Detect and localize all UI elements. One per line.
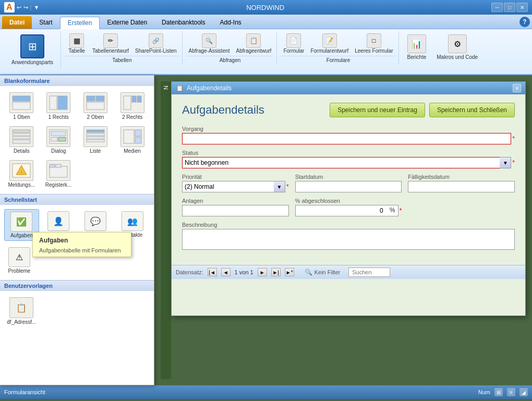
sharepoint-listen-button[interactable]: 🔗 SharePoint-Listen xyxy=(133,32,179,55)
df-adressf-label: df_Adressf... xyxy=(7,319,36,325)
filter-area: 🔍 Kein Filter xyxy=(305,269,341,276)
leeres-formular-button[interactable]: □ Leeres Formular xyxy=(353,32,395,55)
prozent-label: % abgeschlossen xyxy=(295,198,402,204)
title-bar-left: A ↩ ↪ | ▼ xyxy=(4,2,39,13)
svg-rect-28 xyxy=(50,166,67,177)
blankoformulare-grid: 1 Oben 1 Rechts xyxy=(0,86,154,194)
panel-item-meldungs[interactable]: ! Meldungs... xyxy=(4,158,39,190)
berichte-button[interactable]: 📊 Berichte xyxy=(403,32,431,62)
save-new-button[interactable]: Speichern und neuer Eintrag xyxy=(330,103,425,117)
tabelle-button[interactable]: ▦ Tabelle xyxy=(65,32,88,55)
panel-item-2oben[interactable]: 2 Oben xyxy=(78,90,113,122)
svg-rect-6 xyxy=(87,102,104,110)
tab-datei[interactable]: Datei xyxy=(2,16,32,29)
form-dialog-titlebar: 📋 Aufgabendetails ✕ xyxy=(172,82,525,94)
benutzervorlagen-grid: 📋 df_Adressf... xyxy=(0,291,154,331)
anwendungsparts-button[interactable]: ⊞ Anwendungsparts xyxy=(7,32,57,67)
quick-access-more[interactable]: ▼ xyxy=(33,4,39,10)
help-button[interactable]: ? xyxy=(519,17,530,27)
nav-new-button[interactable]: ►* xyxy=(285,268,294,276)
app-icon: A xyxy=(4,2,15,13)
schnellstart-probleme[interactable]: ⚠ Probleme xyxy=(4,245,34,276)
form-header-title: Aufgabendetails xyxy=(182,103,264,117)
svg-rect-8 xyxy=(132,96,136,102)
formularentwurf-button[interactable]: 📝 Formularentwurf xyxy=(308,32,350,55)
liste-label: Liste xyxy=(90,148,101,154)
status-select[interactable]: Nicht begonnen In Bearbeitung Abgeschlos… xyxy=(182,157,511,168)
panel-item-1rechts[interactable]: 1 Rechts xyxy=(41,90,76,122)
tooltip-main-item[interactable]: Aufgaben xyxy=(33,235,131,246)
sharepoint-icon: 🔗 xyxy=(149,33,163,48)
panel-item-medien[interactable]: Medien xyxy=(115,124,150,156)
startdatum-label: Startdatum xyxy=(295,174,402,180)
tab-datenbanktools[interactable]: Datenbanktools xyxy=(154,16,212,29)
quick-access-undo[interactable]: ↩ xyxy=(17,4,21,11)
svg-rect-16 xyxy=(51,137,57,141)
schnellstart-grid: ✅ Aufgaben ↖ 👤 Benutzer 💬 Komment... 👥 K… xyxy=(0,205,154,245)
close-button[interactable]: ✕ xyxy=(516,3,528,12)
save-close-button[interactable]: Speichern und Schließen xyxy=(429,103,515,117)
form-dialog-title-text: Aufgabendetails xyxy=(187,84,232,92)
ribbon-group-berichte: 📊 Berichte ⚙ Makros und Code xyxy=(400,31,486,63)
startdatum-input[interactable] xyxy=(295,181,402,192)
prioritaet-select[interactable]: (1) Hoch (2) Normal (3) Niedrig xyxy=(182,181,285,192)
svg-rect-21 xyxy=(87,140,104,142)
faelligkeitsdatum-input[interactable] xyxy=(408,181,515,192)
num-indicator: Num xyxy=(478,389,490,395)
view-icon-2[interactable]: ≡ xyxy=(507,388,515,396)
blankoformulare-title: Blankoformulare xyxy=(0,75,154,86)
panel-item-registerk[interactable]: Registerk... xyxy=(41,158,76,190)
nav-first-button[interactable]: |◄ xyxy=(208,268,217,276)
view-icon-1[interactable]: ⊞ xyxy=(494,388,503,396)
maximize-button[interactable]: □ xyxy=(504,3,515,12)
formular-button[interactable]: 📄 Formular xyxy=(281,32,306,55)
aufgaben-label: Aufgaben xyxy=(10,233,33,238)
nav-search-input[interactable] xyxy=(348,268,390,277)
minimize-button[interactable]: ─ xyxy=(491,3,503,12)
svg-rect-20 xyxy=(87,137,104,139)
view-icon-3[interactable]: ◢ xyxy=(519,388,528,396)
abfragen-group-label: Abfragen xyxy=(187,56,274,63)
2rechts-label: 2 Rechts xyxy=(122,114,142,120)
liste-icon xyxy=(83,126,107,147)
leeres-formular-icon: □ xyxy=(367,33,381,48)
form-close-button[interactable]: ✕ xyxy=(513,84,521,92)
beschreibung-textarea[interactable] xyxy=(182,229,515,250)
svg-rect-7 xyxy=(124,96,131,110)
abfrage-assistent-button[interactable]: 🔍 Abfrage-Assistent xyxy=(187,32,232,55)
panel-item-2rechts[interactable]: 2 Rechts xyxy=(115,90,150,122)
makros-code-button[interactable]: ⚙ Makros und Code xyxy=(432,32,482,62)
ribbon-group-tabellen: ▦ Tabelle ✏ Tabellenentwurf 🔗 SharePoint… xyxy=(62,31,183,64)
abfrageentwurf-button[interactable]: 📋 Abfrageentwurf xyxy=(234,32,274,55)
panel-item-liste[interactable]: Liste xyxy=(78,124,113,156)
nav-last-button[interactable]: ►| xyxy=(271,268,281,276)
prozent-input[interactable] xyxy=(295,205,398,216)
svg-rect-11 xyxy=(13,133,30,136)
svg-rect-5 xyxy=(96,96,104,101)
benutzervorlagen-title: Benutzervorlagen xyxy=(0,280,154,291)
quick-access-redo[interactable]: ↪ xyxy=(23,4,28,11)
empty-col xyxy=(408,198,515,216)
nav-prev-button[interactable]: ◄ xyxy=(221,268,231,276)
1oben-label: 1 Oben xyxy=(13,114,30,120)
vorgang-input[interactable] xyxy=(182,133,511,144)
tab-start[interactable]: Start xyxy=(32,16,59,29)
tooltip-sub-item[interactable]: Aufgabentabelle mit Formularen xyxy=(33,246,131,254)
panel-item-dialog[interactable]: Dialog xyxy=(41,124,76,156)
df-adressf-item[interactable]: 📋 df_Adressf... xyxy=(4,295,39,327)
nav-next-button[interactable]: ► xyxy=(258,268,267,276)
panel-item-details[interactable]: Details xyxy=(4,124,39,156)
1rechts-icon xyxy=(46,92,70,113)
df-adressf-icon: 📋 xyxy=(9,297,33,318)
medien-icon xyxy=(120,126,144,147)
anlagen-input[interactable] xyxy=(182,205,289,216)
tab-externe-daten[interactable]: Externe Daten xyxy=(100,16,154,29)
tab-add-ins[interactable]: Add-Ins xyxy=(212,16,248,29)
panel-item-1oben[interactable]: 1 Oben xyxy=(4,90,39,122)
tabellenentwurf-button[interactable]: ✏ Tabellenentwurf xyxy=(90,32,131,55)
tab-erstellen[interactable]: Erstellen xyxy=(60,17,100,29)
beschreibung-label: Beschreibung xyxy=(182,222,515,228)
title-bar: A ↩ ↪ | ▼ NORDWIND ─ □ ✕ xyxy=(0,0,532,15)
status-label: Status xyxy=(182,150,515,156)
vorgang-required-star: * xyxy=(512,135,515,142)
